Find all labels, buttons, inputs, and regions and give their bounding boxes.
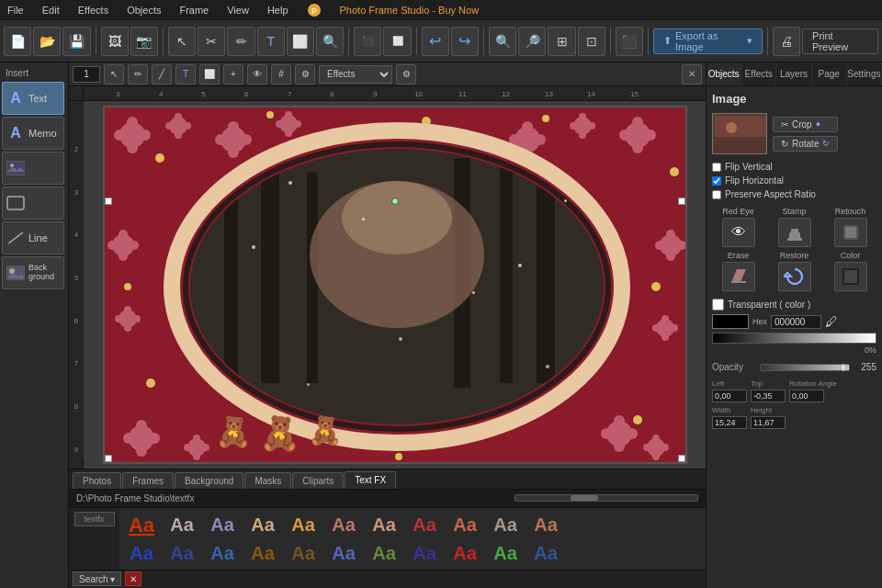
- textfx-folder-label[interactable]: textfx: [74, 512, 115, 526]
- selection-handle-tr[interactable]: [678, 198, 685, 205]
- hex-input[interactable]: [771, 315, 821, 329]
- tab-cliparts[interactable]: Cliparts: [292, 472, 344, 489]
- textfx-item-1-1[interactable]: Aa: [123, 512, 160, 539]
- zoom-tool[interactable]: 🔍: [316, 27, 344, 56]
- textfx-item-1-4[interactable]: Aa: [244, 513, 281, 537]
- canvas-select[interactable]: ↖: [104, 64, 124, 85]
- menu-help[interactable]: Help: [264, 3, 292, 17]
- zoom-out[interactable]: 🔍: [489, 27, 516, 56]
- textfx-item-1-5[interactable]: Aa: [285, 513, 322, 537]
- textfx-item-1-10[interactable]: Aa: [487, 513, 524, 537]
- tab-textfx[interactable]: Text FX: [345, 471, 396, 489]
- print-preview-button[interactable]: Print Preview: [802, 28, 878, 54]
- redo-button[interactable]: ↪: [451, 27, 479, 56]
- print-icon-btn[interactable]: 🖨: [773, 27, 800, 56]
- textfx-item-2-8[interactable]: Aa: [406, 541, 443, 566]
- selection-handle-tl[interactable]: [105, 198, 112, 205]
- canvas-text[interactable]: T: [175, 64, 196, 85]
- menu-frame[interactable]: Frame: [175, 3, 212, 17]
- textfx-item-1-3[interactable]: Aa: [204, 513, 241, 537]
- textfx-item-2-1[interactable]: Aa: [123, 541, 160, 566]
- flip-horizontal-checkbox[interactable]: [712, 176, 721, 186]
- canvas-draw[interactable]: ✏: [128, 64, 148, 85]
- menu-edit[interactable]: Edit: [39, 3, 63, 17]
- tab-background[interactable]: Background: [175, 472, 243, 489]
- textfx-item-2-3[interactable]: Aa: [204, 541, 241, 566]
- line-tool-sidebar[interactable]: Line: [2, 221, 64, 254]
- memo-tool-sidebar[interactable]: A Memo: [2, 117, 64, 150]
- image-tool-sidebar[interactable]: [2, 152, 64, 185]
- color-gradient-bar[interactable]: [712, 333, 876, 344]
- canvas-crop[interactable]: ╱: [152, 64, 172, 85]
- textfx-item-2-9[interactable]: Aa: [447, 541, 483, 566]
- flip-vertical-checkbox[interactable]: [712, 163, 721, 172]
- red-eye-button[interactable]: 👁: [722, 218, 755, 247]
- rtab-objects[interactable]: Objects: [707, 62, 741, 85]
- textfx-item-1-8[interactable]: Aa: [406, 513, 443, 537]
- zoom-in[interactable]: 🔎: [518, 27, 546, 56]
- menu-objects[interactable]: Objects: [123, 3, 164, 17]
- preserve-aspect-checkbox[interactable]: [712, 190, 721, 199]
- shape-tool-sidebar[interactable]: [2, 187, 64, 220]
- textfx-item-2-5[interactable]: Aa: [285, 541, 322, 566]
- menu-effects[interactable]: Effects: [74, 3, 112, 17]
- canvas-shape[interactable]: ⬜: [199, 64, 220, 85]
- selection-handle-bl[interactable]: [105, 455, 112, 462]
- export-button[interactable]: ⬆ Export as Image ▾: [653, 28, 763, 54]
- zoom-fit[interactable]: ⊞: [548, 27, 575, 56]
- new-button[interactable]: 📄: [4, 27, 31, 56]
- select-button[interactable]: ↖: [168, 27, 196, 56]
- stamp-button[interactable]: [778, 218, 811, 247]
- textfx-item-2-10[interactable]: Aa: [487, 541, 524, 566]
- textfx-item-1-2[interactable]: Aa: [164, 513, 200, 537]
- page-number-input[interactable]: [73, 66, 100, 83]
- textfx-item-2-6[interactable]: Aa: [325, 541, 362, 566]
- zoom-actual[interactable]: ⊡: [578, 27, 605, 56]
- width-coord-input[interactable]: [712, 416, 747, 429]
- selection-handle-tc[interactable]: [391, 198, 399, 205]
- canvas-close[interactable]: ✕: [682, 64, 702, 85]
- left-coord-input[interactable]: [712, 390, 747, 402]
- restore-button[interactable]: [778, 262, 811, 291]
- rtab-page[interactable]: Page: [812, 62, 847, 85]
- text-tool-sidebar[interactable]: A Text: [2, 82, 64, 115]
- view-toggle[interactable]: ⬛: [616, 27, 643, 56]
- tab-photos[interactable]: Photos: [73, 472, 121, 489]
- draw-tool[interactable]: ✏: [227, 27, 254, 56]
- opacity-slider[interactable]: [760, 364, 850, 371]
- menu-view[interactable]: View: [223, 3, 253, 17]
- text-tool[interactable]: T: [257, 27, 285, 56]
- color-picker-icon[interactable]: 🖊: [825, 314, 838, 329]
- canvas-zoom[interactable]: +: [223, 64, 243, 85]
- retouch-button[interactable]: [834, 218, 867, 247]
- transparent-checkbox[interactable]: [712, 299, 724, 311]
- photo-button[interactable]: 📷: [130, 27, 158, 56]
- effects-dropdown[interactable]: Effects: [319, 65, 392, 84]
- height-coord-input[interactable]: [751, 416, 786, 429]
- textfx-item-1-11[interactable]: Aa: [527, 513, 564, 537]
- selection-handle-br[interactable]: [678, 455, 685, 462]
- color-swatch[interactable]: [712, 314, 749, 329]
- textfx-item-1-6[interactable]: Aa: [325, 513, 362, 537]
- canvas-settings[interactable]: ⚙: [295, 64, 315, 85]
- rtab-settings[interactable]: Settings: [847, 62, 882, 85]
- rotation-coord-input[interactable]: [789, 390, 824, 402]
- canvas-grid[interactable]: #: [271, 64, 291, 85]
- import-button[interactable]: 🖼: [101, 27, 129, 56]
- erase-button[interactable]: [722, 262, 755, 291]
- undo-button[interactable]: ↩: [422, 27, 449, 56]
- rtab-layers[interactable]: Layers: [776, 62, 811, 85]
- tab-masks[interactable]: Masks: [244, 472, 291, 489]
- color-button[interactable]: [834, 262, 867, 291]
- rotate-button[interactable]: ↻ Rotate ↻: [773, 136, 838, 152]
- top-coord-input[interactable]: [751, 390, 786, 402]
- open-button[interactable]: 📂: [33, 27, 61, 56]
- canvas-view[interactable]: 👁: [247, 64, 267, 85]
- textfx-item-2-4[interactable]: Aa: [244, 541, 281, 566]
- crop-tool[interactable]: ✂: [198, 27, 225, 56]
- crop-button[interactable]: ✂ Crop ●: [773, 117, 838, 132]
- tab-frames[interactable]: Frames: [122, 472, 174, 489]
- effects-settings[interactable]: ⚙: [396, 64, 416, 85]
- textfx-item-2-7[interactable]: Aa: [366, 541, 402, 566]
- textfx-item-2-11[interactable]: Aa: [527, 541, 564, 566]
